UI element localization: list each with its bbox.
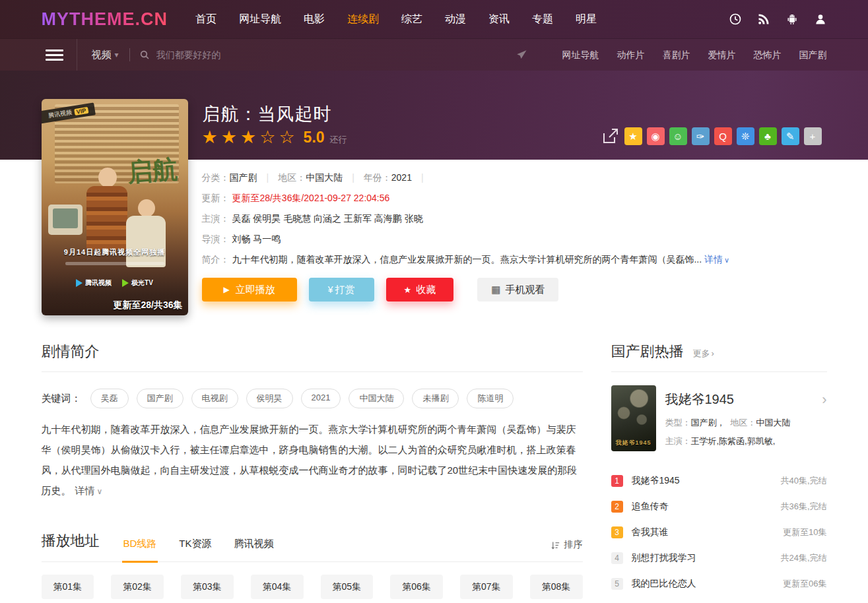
star-icon[interactable]: ☆: [259, 129, 275, 146]
main-nav-item[interactable]: 电影: [304, 13, 325, 26]
star-icon[interactable]: ★: [221, 129, 237, 146]
keyword-pill[interactable]: 2021: [301, 389, 341, 408]
main-nav-link[interactable]: 明星: [576, 13, 597, 24]
synopsis-more-link[interactable]: 详情∨: [75, 485, 103, 496]
quick-link[interactable]: 网址导航: [562, 49, 599, 60]
history-clock-icon[interactable]: [729, 13, 742, 26]
main-nav-item[interactable]: 资讯: [488, 13, 510, 26]
mobile-watch-button[interactable]: ▦ 手机观看: [477, 278, 558, 302]
wechat-icon[interactable]: ☺: [669, 127, 687, 145]
rank-title[interactable]: 追鱼传奇: [632, 501, 669, 513]
episode-button[interactable]: 第05集: [321, 575, 374, 599]
star-icon[interactable]: ★: [202, 129, 218, 146]
keyword-pill[interactable]: 电视剧: [191, 389, 238, 408]
meta-value[interactable]: 国产剧: [230, 172, 257, 183]
main-nav-item[interactable]: 网址导航: [239, 13, 281, 26]
ranking-item[interactable]: 2 追鱼传奇 共36集,完结: [611, 499, 827, 514]
episode-button[interactable]: 第04集: [251, 575, 304, 599]
main-nav-link[interactable]: 首页: [195, 13, 217, 24]
user-icon[interactable]: [814, 13, 827, 26]
quick-link[interactable]: 喜剧片: [663, 49, 690, 60]
quick-link[interactable]: 恐怖片: [754, 49, 782, 60]
quick-link[interactable]: 爱情片: [708, 49, 736, 60]
main-nav-link[interactable]: 网址导航: [239, 13, 281, 24]
tencent-weibo-icon[interactable]: ✑: [692, 127, 710, 145]
main-nav-item[interactable]: 明星: [576, 13, 597, 26]
cast-value[interactable]: 吴磊 侯明昊 毛晓慧 向涵之 王新军 高海鹏 张晓: [232, 213, 422, 224]
reward-button[interactable]: ¥ 打赏: [309, 278, 374, 302]
note-share-icon[interactable]: ✎: [782, 127, 799, 145]
episode-button[interactable]: 第03集: [181, 575, 234, 599]
quick-link-item[interactable]: 网址导航: [562, 49, 599, 61]
source-tab[interactable]: 腾讯视频: [233, 538, 275, 563]
source-tab[interactable]: BD线路: [122, 538, 158, 563]
main-nav-item[interactable]: 专题: [532, 13, 553, 26]
keyword-pill[interactable]: 国产剧: [137, 389, 184, 408]
star-icon[interactable]: ★: [240, 129, 256, 146]
quick-link-item[interactable]: 国产剧: [799, 49, 827, 61]
hot-list-more-link[interactable]: 更多›: [693, 348, 714, 360]
more-share-icon[interactable]: +: [804, 127, 822, 145]
rank-title[interactable]: 我的巴比伦恋人: [632, 578, 696, 590]
qq-icon[interactable]: Q: [714, 127, 732, 145]
main-nav-link[interactable]: 专题: [532, 13, 553, 24]
rank-title[interactable]: 舍我其谁: [632, 526, 669, 538]
baidu-tieba-icon[interactable]: ❊: [737, 127, 754, 145]
quick-link-item[interactable]: 恐怖片: [754, 49, 782, 61]
featured-title[interactable]: 我姥爷1945: [665, 391, 735, 408]
show-poster[interactable]: 启航 9月14日起腾讯视频全网独播 腾讯视频 极光TV 腾讯视频 VIP 更新至…: [42, 99, 188, 315]
play-now-button[interactable]: ▶ 立即播放: [202, 278, 297, 302]
ranking-item[interactable]: 5 我的巴比伦恋人 更新至06集: [611, 577, 827, 591]
favorite-button[interactable]: ★ 收藏: [386, 278, 454, 302]
quick-link[interactable]: 动作片: [617, 49, 645, 60]
main-nav-item[interactable]: 综艺: [401, 13, 422, 26]
chevron-right-icon[interactable]: ›: [822, 393, 826, 407]
main-nav-item[interactable]: 连续剧: [347, 13, 379, 26]
clover-share-icon[interactable]: ♣: [759, 127, 777, 145]
keyword-pill[interactable]: 未播剧: [412, 389, 459, 408]
episode-button[interactable]: 第08集: [530, 575, 583, 599]
main-nav-link[interactable]: 动漫: [445, 13, 466, 24]
qzone-icon[interactable]: ★: [624, 127, 642, 145]
brief-detail-link[interactable]: 详情∨: [704, 254, 729, 265]
star-icon[interactable]: ☆: [279, 129, 294, 146]
weibo-icon[interactable]: ◉: [647, 127, 665, 145]
quick-link-item[interactable]: 动作片: [617, 49, 645, 61]
site-logo[interactable]: MYTHEME.CN: [42, 9, 168, 30]
search-input[interactable]: [156, 49, 434, 60]
meta-value[interactable]: 中国大陆: [306, 172, 343, 183]
keyword-pill[interactable]: 陈道明: [467, 389, 514, 408]
episode-button[interactable]: 第01集: [42, 575, 94, 599]
quick-link-item[interactable]: 爱情片: [708, 49, 736, 61]
featured-show-card[interactable]: 我姥爷1945 我姥爷1945 › 类型：国产剧， 地区：中国大陆 主演：王学圻…: [611, 385, 827, 451]
rank-title[interactable]: 我姥爷1945: [632, 475, 680, 487]
rss-icon[interactable]: [757, 13, 770, 26]
keyword-pill[interactable]: 中国大陆: [349, 389, 404, 408]
main-nav-item[interactable]: 动漫: [445, 13, 466, 26]
paper-plane-icon[interactable]: [516, 49, 527, 61]
main-nav-link[interactable]: 连续剧: [347, 13, 379, 24]
meta-value[interactable]: 2021: [391, 172, 412, 183]
ranking-item[interactable]: 4 别想打扰我学习 共24集,完结: [611, 551, 827, 565]
share-icon[interactable]: [601, 128, 620, 145]
quick-link-item[interactable]: 喜剧片: [663, 49, 690, 61]
episode-button[interactable]: 第06集: [390, 575, 443, 599]
main-nav-link[interactable]: 资讯: [488, 13, 510, 24]
featured-poster[interactable]: 我姥爷1945: [611, 385, 656, 451]
quick-link[interactable]: 国产剧: [799, 49, 827, 60]
source-tab[interactable]: TK资源: [178, 538, 213, 563]
ranking-item[interactable]: 1 我姥爷1945 共40集,完结: [611, 474, 827, 488]
rank-title[interactable]: 别想打扰我学习: [632, 552, 696, 564]
rating-stars[interactable]: ★★★☆☆: [202, 129, 298, 146]
main-nav-link[interactable]: 综艺: [401, 13, 422, 24]
episode-button[interactable]: 第07集: [460, 575, 513, 599]
hamburger-menu-icon[interactable]: [46, 49, 63, 61]
ranking-item[interactable]: 3 舍我其谁 更新至10集: [611, 525, 827, 540]
keyword-pill[interactable]: 侯明昊: [246, 389, 293, 408]
search-category-select[interactable]: 视频 ▾: [92, 49, 119, 61]
sort-button[interactable]: 排序: [551, 539, 583, 561]
episode-button[interactable]: 第02集: [111, 575, 164, 599]
android-app-icon[interactable]: [785, 13, 799, 26]
main-nav-link[interactable]: 电影: [304, 13, 325, 24]
director-value[interactable]: 刘畅 马一鸣: [232, 234, 281, 244]
